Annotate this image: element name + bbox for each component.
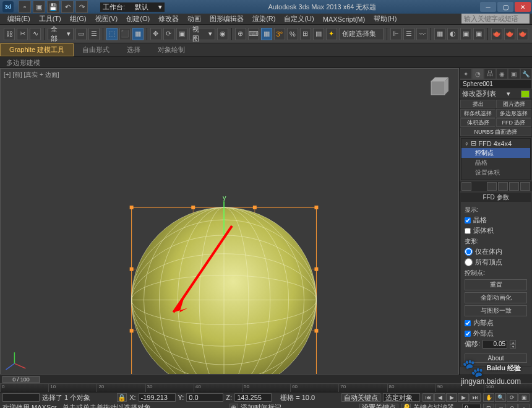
viewport[interactable]: y	[0, 68, 459, 375]
remove-mod-icon[interactable]	[509, 182, 519, 191]
app-icon[interactable]: 3d	[2, 1, 14, 12]
snap-toggle-icon[interactable]: ▦	[261, 28, 272, 40]
nav-pan-icon[interactable]: ✋	[483, 393, 494, 402]
menu-anim[interactable]: 动画	[184, 14, 205, 24]
menu-edit[interactable]: 编辑(E)	[4, 14, 34, 24]
material-icon[interactable]: ◐	[447, 28, 458, 40]
keyfilter-button[interactable]: 关键点过滤器...	[413, 403, 460, 408]
nav-roll-icon[interactable]: ⊙	[507, 404, 518, 408]
offset-input[interactable]	[483, 340, 507, 349]
menu-view[interactable]: 视图(V)	[92, 14, 122, 24]
btn-volsel[interactable]: 体积选择	[460, 118, 496, 127]
mini-listener[interactable]	[2, 393, 40, 402]
menu-group[interactable]: 组(G)	[66, 14, 90, 24]
curve-editor-icon[interactable]: 〰	[416, 28, 427, 40]
autokey-button[interactable]: 自动关键点	[341, 393, 380, 402]
qa-undo-icon[interactable]: ↶	[61, 1, 74, 13]
viewcube[interactable]	[425, 76, 452, 103]
ribbon-selection[interactable]: 选择	[118, 43, 149, 56]
radio-involume[interactable]: 仅在体内	[465, 247, 527, 256]
select-name-icon[interactable]: ☰	[88, 28, 100, 40]
menu-maxscript[interactable]: MAXScript(M)	[319, 15, 369, 24]
named-sel-icon[interactable]: ▤	[313, 28, 324, 40]
tab-modify-icon[interactable]: ◔	[472, 68, 484, 79]
prev-frame-icon[interactable]: ◀	[434, 393, 445, 402]
modifier-list-dropdown[interactable]: 修改器列表 ▾	[460, 89, 532, 99]
menu-render[interactable]: 渲染(R)	[249, 14, 279, 24]
chk-inside[interactable]: 内部点	[465, 318, 527, 328]
layers-icon[interactable]: ☰	[403, 28, 414, 40]
coord-x-input[interactable]: -199.213	[139, 393, 176, 402]
unlink-icon[interactable]: ✂	[17, 28, 28, 40]
ribbon-freeform[interactable]: 自由形式	[74, 43, 118, 56]
link-icon[interactable]: ⛓	[4, 28, 15, 40]
nav-min-icon[interactable]: ▫	[518, 404, 530, 408]
viewport-label[interactable]: [+] [前] [真实 + 边面]	[4, 71, 59, 79]
select-object-icon[interactable]: ⬚	[106, 28, 118, 40]
show-end-icon[interactable]	[487, 182, 497, 191]
spin-down-icon[interactable]: ▾	[510, 344, 516, 349]
qa-save-icon[interactable]: 💾	[47, 1, 59, 13]
menu-graph[interactable]: 图形编辑器	[206, 14, 247, 24]
named-selection-dropdown[interactable]: 创建选择集	[339, 28, 384, 40]
window-crossing-icon[interactable]: ▦	[132, 28, 144, 40]
nav-orbit-icon[interactable]: ⟳	[507, 393, 518, 402]
next-frame-icon[interactable]: ▶	[458, 393, 469, 402]
render-prod-icon[interactable]: 🫖	[491, 28, 502, 40]
btn-about[interactable]: About	[465, 354, 527, 363]
qa-open-icon[interactable]: ▣	[33, 1, 45, 13]
stack-setvol[interactable]: 设置体积	[461, 168, 530, 178]
menu-help[interactable]: 帮助(H)	[370, 14, 400, 24]
render-last-icon[interactable]: 🫖	[517, 28, 528, 40]
move-icon[interactable]: ✥	[150, 28, 161, 40]
close-button[interactable]: ✕	[515, 2, 531, 12]
nav-zoom-ext-icon[interactable]: ⊡	[483, 404, 494, 408]
coord-y-input[interactable]: 0.0	[186, 393, 223, 402]
spinner-snap-icon[interactable]: ⊞	[300, 28, 311, 40]
render-setup-icon[interactable]: ▣	[460, 28, 471, 40]
trackbar[interactable]: 0102030405060708090100	[0, 383, 532, 392]
setkey-button[interactable]: 设置关键点	[359, 404, 398, 408]
btn-polysel[interactable]: 多边形选择	[496, 109, 531, 118]
workspace-selector[interactable]: 工作台: 默认 ▾	[100, 2, 165, 12]
manipulate-icon[interactable]: ⊕	[235, 28, 246, 40]
nav-fov-icon[interactable]: ▱	[495, 404, 506, 408]
rotate-icon[interactable]: ⟳	[163, 28, 174, 40]
angle-snap-icon[interactable]: 3°	[274, 28, 285, 40]
keyboard-icon[interactable]: ⌨	[248, 28, 259, 40]
play-icon[interactable]: ▶	[446, 393, 457, 402]
coord-z-input[interactable]: 143.255	[234, 393, 272, 402]
menu-create[interactable]: 创建(O)	[122, 14, 153, 24]
tab-utilities-icon[interactable]: 🔧	[520, 68, 533, 79]
bind-icon[interactable]: ∿	[30, 28, 41, 40]
ribbon-paint[interactable]: 对象绘制	[149, 43, 194, 56]
make-unique-icon[interactable]	[498, 182, 508, 191]
addtime-label[interactable]: 添加时间标记	[241, 403, 281, 408]
help-search-input[interactable]: 输入关键字或短语	[461, 14, 530, 24]
tab-motion-icon[interactable]: ◉	[496, 68, 508, 79]
spin-up-icon[interactable]: ▴	[510, 340, 516, 344]
stack-ffd[interactable]: ♀⊟FFD 4x4x4	[461, 139, 530, 148]
qa-redo-icon[interactable]: ↷	[75, 1, 88, 13]
object-name-field[interactable]: Sphere001	[460, 79, 532, 89]
pivot-icon[interactable]: ◉	[217, 28, 228, 40]
btn-bordersel[interactable]: 样条线选择	[460, 109, 496, 118]
time-slider-bar[interactable]: 0 / 100	[0, 375, 532, 383]
mirror-icon[interactable]: ✦	[326, 28, 337, 40]
btn-imgsel[interactable]: 图片选择	[496, 100, 531, 108]
offset-spinner[interactable]: 偏移: ▴▾	[465, 339, 527, 349]
chk-srcvol[interactable]: 源体积	[465, 226, 527, 235]
configure-icon[interactable]	[520, 182, 530, 191]
goto-end-icon[interactable]: ⏭	[470, 393, 481, 402]
time-slider-thumb[interactable]: 0 / 100	[2, 376, 40, 383]
tab-display-icon[interactable]: ▣	[508, 68, 520, 79]
key-icon[interactable]: 🔑	[401, 404, 411, 408]
btn-animall[interactable]: 全部动画化	[465, 292, 527, 303]
lock-icon[interactable]: 🔒	[117, 393, 127, 402]
selset-dropdown[interactable]: 选定对象	[383, 393, 420, 402]
stack-lattice[interactable]: 晶格	[461, 158, 530, 168]
goto-start-icon[interactable]: ⏮	[423, 393, 434, 402]
ribbon-subpanel[interactable]: 多边形建模	[0, 57, 532, 68]
qa-new-icon[interactable]: ▫	[19, 1, 31, 13]
btn-extrude[interactable]: 挤出	[460, 100, 496, 108]
